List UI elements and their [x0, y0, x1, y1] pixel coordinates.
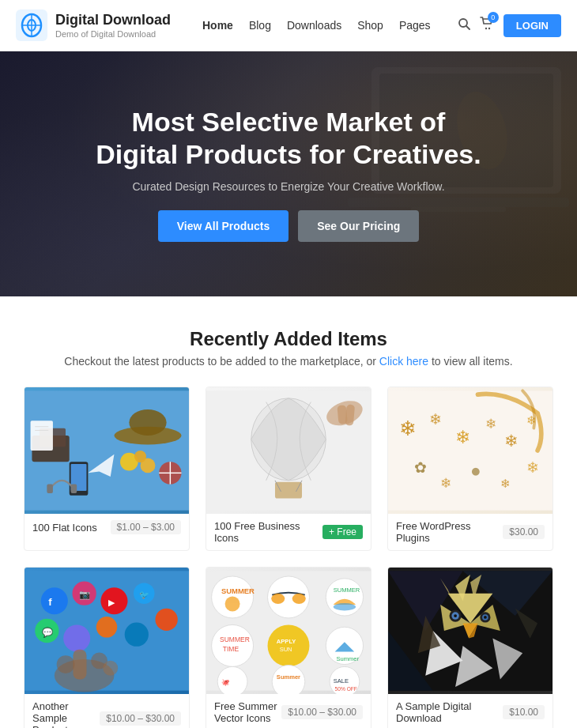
svg-point-8 [488, 28, 490, 29]
svg-point-70 [57, 655, 75, 673]
search-button[interactable] [458, 17, 470, 33]
product-image: SUMMER SUMMER SUMMER TIME [206, 568, 371, 694]
search-icon [458, 17, 470, 30]
recently-added-section: Recently Added Items Checkout the latest… [0, 296, 577, 728]
svg-point-67 [155, 609, 177, 631]
product-card[interactable]: ❄ ❄ ❄ ❄ ❄ ❄ ✿ ❄ ● ❄ ❄ Free WordPress [387, 387, 553, 551]
product-info: A Sample Digital Download $10.00 [388, 694, 552, 728]
product-price: $10.00 – $30.00 [281, 705, 363, 719]
svg-text:SUMMER: SUMMER [334, 587, 360, 594]
logo[interactable]: Digital Download Demo of Digital Downloa… [16, 9, 171, 41]
nav-blog[interactable]: Blog [249, 19, 271, 32]
hero-content: Most Selective Market of Digital Product… [96, 106, 481, 242]
product-info: Free Summer Vector Icons $10.00 – $30.00 [206, 694, 371, 728]
product-img-business-icons [206, 387, 371, 514]
product-name: Free WordPress Plugins [396, 520, 503, 544]
hero-heading: Most Selective Market of Digital Product… [96, 106, 481, 171]
product-image: ❄ ❄ ❄ ❄ ❄ ❄ ✿ ❄ ● ❄ ❄ [388, 387, 552, 514]
view-all-products-button[interactable]: View All Products [158, 210, 288, 242]
nav-pages[interactable]: Pages [399, 19, 431, 32]
product-info: 100 Free Business Icons + Free [206, 514, 371, 550]
svg-text:✿: ✿ [414, 459, 427, 476]
svg-point-78 [271, 594, 285, 604]
product-card[interactable]: A Sample Digital Download $10.00 [387, 567, 553, 728]
product-image [25, 387, 189, 514]
product-img-summer: SUMMER SUMMER SUMMER TIME [206, 568, 371, 694]
svg-text:SUMMER: SUMMER [221, 587, 255, 595]
svg-rect-32 [71, 485, 77, 493]
product-info: 100 Flat Icons $1.00 – $3.00 [25, 514, 189, 541]
svg-point-110 [454, 614, 457, 617]
product-card[interactable]: 100 Free Business Icons + Free [206, 387, 371, 551]
svg-text:🐙: 🐙 [221, 678, 230, 687]
header-actions: 0 LOGIN [458, 14, 561, 37]
svg-point-27 [134, 451, 146, 462]
svg-text:📷: 📷 [79, 589, 91, 600]
svg-text:SUN: SUN [280, 646, 292, 653]
svg-text:🐦: 🐦 [139, 590, 149, 600]
svg-point-79 [292, 594, 306, 604]
svg-text:Summer: Summer [277, 673, 300, 681]
svg-point-64 [63, 624, 90, 651]
svg-text:❄: ❄ [440, 476, 451, 491]
product-image: f 📷 ▶ 🐦 💬 [25, 568, 189, 694]
product-price: $10.00 – $30.00 [100, 711, 181, 726]
logo-subtitle: Demo of Digital Download [55, 29, 171, 39]
svg-point-65 [96, 617, 117, 637]
section-title: Recently Added Items [24, 328, 553, 350]
product-grid: 100 Flat Icons $1.00 – $3.00 [24, 387, 553, 728]
svg-text:❄: ❄ [500, 477, 511, 490]
svg-text:❄: ❄ [504, 432, 519, 450]
svg-rect-24 [129, 409, 166, 436]
nav-home[interactable]: Home [202, 19, 233, 32]
svg-point-82 [334, 603, 356, 610]
hero-buttons: View All Products See Our Pricing [96, 210, 481, 242]
header: Digital Download Demo of Digital Downloa… [0, 0, 577, 51]
product-img-wordpress: ❄ ❄ ❄ ❄ ❄ ❄ ✿ ❄ ● ❄ ❄ [388, 387, 552, 514]
product-img-flat-icons [25, 387, 189, 514]
svg-point-54 [41, 587, 68, 614]
nav-downloads[interactable]: Downloads [287, 19, 341, 32]
product-info: Another Sample Product $10.00 – $30.00 [25, 694, 189, 728]
svg-point-7 [485, 28, 487, 29]
svg-text:❄: ❄ [429, 411, 442, 428]
product-img-sample: f 📷 ▶ 🐦 💬 [25, 568, 189, 694]
svg-text:❄: ❄ [455, 427, 470, 447]
product-price: $10.00 [503, 705, 545, 719]
nav-shop[interactable]: Shop [357, 19, 383, 32]
product-img-eagle [388, 568, 552, 694]
svg-text:▶: ▶ [108, 598, 115, 607]
product-name: A Sample Digital Download [396, 700, 503, 724]
hero-subheading: Curated Design Resources to Energize You… [96, 180, 481, 193]
cart-badge: 0 [488, 12, 499, 23]
svg-point-66 [125, 623, 149, 647]
svg-line-6 [466, 26, 470, 29]
click-here-link[interactable]: Click here [379, 355, 428, 368]
svg-text:APPLY: APPLY [277, 638, 296, 645]
logo-icon [16, 9, 47, 41]
svg-text:Summer: Summer [337, 655, 360, 662]
svg-point-76 [225, 597, 240, 612]
main-nav: Home Blog Downloads Shop Pages [202, 19, 458, 32]
product-card[interactable]: f 📷 ▶ 🐦 💬 [24, 567, 190, 728]
cart-button[interactable]: 0 [480, 17, 494, 34]
svg-text:●: ● [470, 460, 481, 481]
svg-text:SALE: SALE [334, 677, 349, 685]
section-subtitle: Checkout the latest products to be added… [24, 355, 553, 368]
product-image [388, 568, 552, 694]
svg-rect-18 [31, 421, 53, 451]
see-pricing-button[interactable]: See Our Pricing [298, 210, 419, 242]
product-price: + Free [322, 525, 363, 539]
product-name: Free Summer Vector Icons [214, 700, 281, 724]
svg-text:50% OFF: 50% OFF [335, 686, 357, 692]
product-card[interactable]: 100 Flat Icons $1.00 – $3.00 [24, 387, 190, 551]
product-card[interactable]: SUMMER SUMMER SUMMER TIME [206, 567, 371, 728]
product-info: Free WordPress Plugins $30.00 [388, 514, 552, 550]
hero-section: Most Selective Market of Digital Product… [0, 51, 577, 296]
logo-title: Digital Download [55, 12, 171, 29]
login-button[interactable]: LOGIN [503, 14, 561, 37]
svg-text:❄: ❄ [399, 417, 417, 440]
svg-text:TIME: TIME [223, 645, 239, 653]
product-image [206, 387, 371, 514]
svg-text:SUMMER: SUMMER [220, 636, 250, 643]
